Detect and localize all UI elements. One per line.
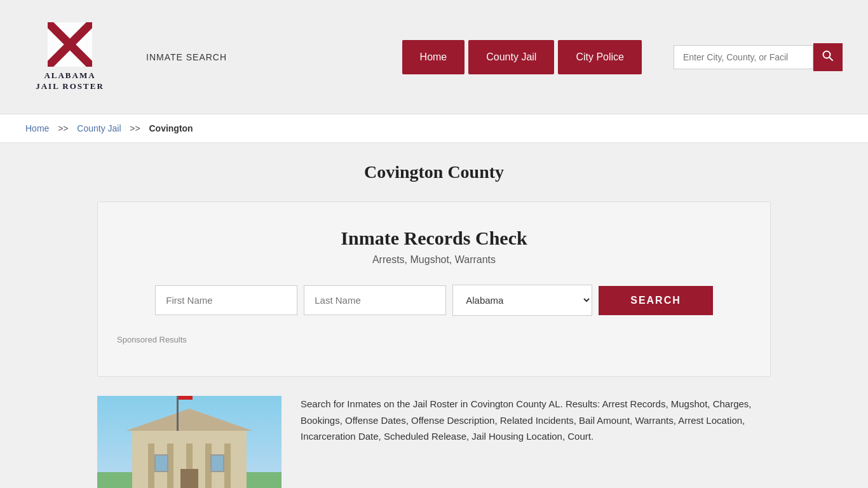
bottom-section: Search for Inmates on the Jail Roster in… [97,396,771,488]
nav-city-police-button[interactable]: City Police [558,40,642,74]
logo-area: ALABAMA JAIL ROSTER [25,22,114,92]
logo-flag [48,22,92,67]
site-header: ALABAMA JAIL ROSTER INMATE SEARCH Home C… [0,0,868,114]
last-name-input[interactable] [304,285,446,315]
alabama-flag-icon [48,22,92,67]
header-search-button[interactable] [813,43,843,71]
header-search-input[interactable] [674,45,813,69]
page-title: Covington County [97,162,771,182]
svg-line-10 [830,57,833,60]
sponsored-results-label: Sponsored Results [117,335,751,344]
inmate-search-link[interactable]: INMATE SEARCH [146,52,227,62]
logo-text-line2: JAIL ROSTER [36,81,104,92]
breadcrumb-current: Covington [149,123,193,133]
breadcrumb-home[interactable]: Home [25,123,49,133]
header-search-bar [674,43,843,71]
breadcrumb-sep-2: >> [127,123,142,133]
main-nav: Home County Jail City Police [402,40,642,74]
records-check-title: Inmate Records Check [117,227,751,249]
records-check-subtitle: Arrests, Mugshot, Warrants [117,254,751,266]
search-icon [822,50,834,62]
breadcrumb: Home >> County Jail >> Covington [0,114,868,143]
courthouse-placeholder [97,396,281,488]
inmate-search-button[interactable]: SEARCH [599,286,713,315]
nav-home-button[interactable]: Home [402,40,465,74]
main-content: Covington County Inmate Records Check Ar… [85,143,783,488]
inmate-search-form: AlabamaAlaskaArizonaArkansasCaliforniaCo… [117,285,751,316]
records-check-box: Inmate Records Check Arrests, Mugshot, W… [97,201,771,377]
breadcrumb-county-jail[interactable]: County Jail [77,123,121,133]
logo-text-line1: ALABAMA [44,71,95,81]
state-select[interactable]: AlabamaAlaskaArizonaArkansasCaliforniaCo… [452,285,592,316]
first-name-input[interactable] [155,285,297,315]
nav-county-jail-button[interactable]: County Jail [468,40,554,74]
breadcrumb-sep-1: >> [55,123,71,133]
description-text: Search for Inmates on the Jail Roster in… [301,396,771,445]
courthouse-image [97,396,281,488]
